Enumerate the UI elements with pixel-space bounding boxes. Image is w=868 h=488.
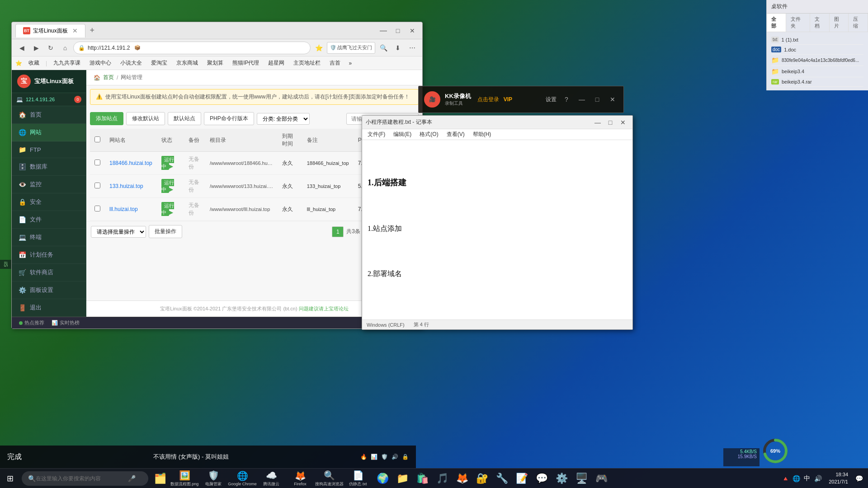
status-hotspot[interactable]: 热点推荐 bbox=[19, 319, 44, 326]
breadcrumb-home[interactable]: 首页 bbox=[103, 74, 114, 81]
nav-search-btn[interactable]: 🔍 bbox=[377, 42, 390, 54]
tab-doc[interactable]: 文档 bbox=[810, 14, 830, 32]
tab-all[interactable]: 全部 bbox=[767, 14, 786, 32]
add-site-btn[interactable]: 添加站点 bbox=[90, 112, 123, 125]
sidebar-item-store[interactable]: 🛒 软件商店 bbox=[12, 264, 86, 282]
media-icon-3[interactable]: 🔊 bbox=[392, 454, 398, 460]
browser-tab-close-btn[interactable]: ✕ bbox=[72, 27, 78, 34]
status-realtime[interactable]: 📊 实时热榜 bbox=[52, 319, 80, 326]
nav-back-btn[interactable]: ◀ bbox=[15, 42, 28, 54]
nav-refresh-btn[interactable]: ↻ bbox=[44, 42, 57, 54]
tray-network-icon[interactable]: 🌐 bbox=[792, 474, 801, 483]
tb-app-data-flow[interactable]: 🖼️ 数据流程图.png bbox=[170, 469, 199, 488]
bookmark-8[interactable]: 超星网 bbox=[265, 58, 287, 68]
tray-volume-icon[interactable]: 🔊 bbox=[813, 474, 822, 483]
row-checkbox-1[interactable] bbox=[94, 183, 100, 188]
notepad-menu-format[interactable]: 格式(O) bbox=[416, 130, 442, 139]
row-checkbox-2[interactable] bbox=[94, 206, 100, 211]
notepad-menu-view[interactable]: 查看(V) bbox=[443, 130, 468, 139]
tb-folder-icon[interactable]: 📁 bbox=[392, 469, 412, 488]
kk-help-btn[interactable]: ? bbox=[561, 94, 572, 104]
window-close-btn[interactable]: ✕ bbox=[406, 24, 419, 37]
sidebar-item-ftp[interactable]: 📁 FTP bbox=[12, 141, 86, 158]
site-link-2[interactable]: lll.huizai.top bbox=[109, 206, 138, 212]
tray-notification-icon[interactable]: 💬 bbox=[854, 474, 863, 483]
media-icon-1[interactable]: 📊 bbox=[371, 454, 377, 460]
notepad-content[interactable]: 1.后端搭建 1.站点添加 2.部署域名 2.前端搭建 bbox=[362, 140, 632, 319]
media-icon-2[interactable]: 🛡️ bbox=[381, 454, 388, 460]
file-item-rar[interactable]: rar beikeip3.4.rar bbox=[771, 77, 863, 87]
tb-app-chrome[interactable]: 🌐 Google Chrome bbox=[228, 469, 257, 488]
address-bar[interactable]: 🔒 http://121.4.191.2 📦 bbox=[73, 42, 311, 54]
page-1-btn[interactable]: 1 bbox=[332, 226, 344, 237]
bookmark-9[interactable]: 主页地址栏 bbox=[291, 58, 323, 68]
window-maximize-btn[interactable]: □ bbox=[392, 24, 404, 37]
bookmark-4[interactable]: 爱淘宝 bbox=[148, 58, 170, 68]
tab-archive[interactable]: 压缩 bbox=[849, 14, 868, 32]
browser-new-tab-btn[interactable]: + bbox=[85, 24, 99, 38]
nav-forward-btn[interactable]: ▶ bbox=[30, 42, 42, 54]
tb-game-icon[interactable]: 🎮 bbox=[591, 469, 611, 488]
taskbar-search-input[interactable] bbox=[36, 475, 126, 482]
taskbar-search-box[interactable]: 🔍 🎤 bbox=[22, 471, 148, 486]
notepad-menu-edit[interactable]: 编辑(E) bbox=[390, 130, 415, 139]
batch-execute-btn[interactable]: 批量操作 bbox=[149, 225, 182, 238]
bookmark-5[interactable]: 京东商城 bbox=[174, 58, 201, 68]
notepad-close-btn[interactable]: ✕ bbox=[617, 117, 629, 127]
bookmark-6[interactable]: 聚划算 bbox=[204, 58, 226, 68]
site-link-0[interactable]: 188466.huizai.top bbox=[109, 160, 152, 166]
nav-extension-btn[interactable]: 🛡️ 战鹰飞过天安门 bbox=[327, 42, 375, 54]
tb-antivirus-icon[interactable]: 🔐 bbox=[472, 469, 492, 488]
default-site-btn[interactable]: 默认站点 bbox=[168, 112, 201, 125]
tb-app-pc-manager[interactable]: 🛡️ 电脑管家 bbox=[199, 469, 228, 488]
tb-monitor2-icon[interactable]: 🖥️ bbox=[571, 469, 591, 488]
row-checkbox-0[interactable] bbox=[94, 160, 100, 165]
tb-wechat-icon[interactable]: 💬 bbox=[532, 469, 552, 488]
tb-app-sogou[interactable]: 🔍 搜狗高速浏览器 bbox=[315, 469, 344, 488]
tab-image[interactable]: 图片 bbox=[830, 14, 849, 32]
sidebar-item-panel-settings[interactable]: ⚙️ 面板设置 bbox=[12, 282, 86, 299]
status-arrow-2[interactable]: ▶ bbox=[169, 209, 173, 216]
tb-app-firefox[interactable]: 🦊 Firefox bbox=[286, 469, 315, 488]
notepad-menu-file[interactable]: 文件(F) bbox=[364, 130, 389, 139]
media-icon-0[interactable]: 🔥 bbox=[360, 454, 367, 460]
bookmark-7[interactable]: 熊猫IP代理 bbox=[230, 58, 262, 68]
tb-app-static-txt[interactable]: 📄 仿静态.txt bbox=[344, 469, 373, 488]
bookmark-more-btn[interactable]: » bbox=[347, 59, 354, 67]
tb-edge-icon[interactable]: 🌍 bbox=[373, 469, 392, 488]
media-icon-4[interactable]: 🔒 bbox=[402, 454, 409, 460]
status-arrow-1[interactable]: ▶ bbox=[169, 186, 173, 192]
kk-close-btn[interactable]: ✕ bbox=[607, 94, 618, 104]
file-item-folder-1[interactable]: 📁 beikeip3.4 bbox=[771, 66, 863, 77]
category-filter[interactable]: 分类: 全部分类 bbox=[257, 113, 310, 125]
start-btn[interactable]: ⊞ bbox=[0, 469, 20, 488]
tab-folder[interactable]: 文件夹 bbox=[786, 14, 810, 32]
tb-browser2-icon[interactable]: 🦊 bbox=[452, 469, 472, 488]
nav-download-btn[interactable]: ⬇ bbox=[392, 42, 404, 54]
window-minimize-btn[interactable]: — bbox=[377, 24, 390, 37]
iis-icon[interactable]: iIS bbox=[0, 260, 11, 269]
sidebar-item-files[interactable]: 📄 文件 bbox=[12, 211, 86, 229]
sidebar-item-cron[interactable]: 📅 计划任务 bbox=[12, 246, 86, 264]
bookmark-2[interactable]: 游戏中心 bbox=[87, 58, 114, 68]
kk-settings-btn[interactable]: 设置 bbox=[546, 96, 557, 103]
mic-icon[interactable]: 🎤 bbox=[128, 475, 136, 482]
bookmark-10[interactable]: 吉首 bbox=[327, 58, 343, 68]
notepad-menu-help[interactable]: 帮助(H) bbox=[469, 130, 495, 139]
sidebar-item-security[interactable]: 🔒 安全 bbox=[12, 193, 86, 211]
notepad-maximize-btn[interactable]: □ bbox=[604, 117, 616, 127]
tray-ime-icon[interactable]: 中 bbox=[802, 474, 811, 483]
nav-home-btn[interactable]: ⌂ bbox=[59, 42, 71, 54]
batch-action-select[interactable]: 请选择批量操作 bbox=[91, 226, 146, 238]
notepad-minimize-btn[interactable]: — bbox=[592, 117, 604, 127]
nav-bookmark-btn[interactable]: ⭐ bbox=[312, 42, 325, 54]
browser-tab-active[interactable]: BT 宝塔Linux面板 ✕ bbox=[15, 24, 85, 38]
file-item-folder-0[interactable]: 📁 830fe9e04a4c4a1e13c3b68bfdf0ed6... bbox=[771, 55, 863, 66]
bookmark-3[interactable]: 小说大全 bbox=[118, 58, 145, 68]
bookmark-1[interactable]: 九九共享课 bbox=[51, 58, 83, 68]
tb-store-icon[interactable]: 🛍️ bbox=[412, 469, 432, 488]
sidebar-item-terminal[interactable]: 💻 终端 bbox=[12, 229, 86, 246]
tb-app-tencent-cloud[interactable]: ☁️ 腾讯微云 bbox=[257, 469, 286, 488]
modify-default-btn[interactable]: 修改默认站 bbox=[126, 112, 165, 125]
kk-login-btn[interactable]: 点击登录 bbox=[477, 96, 499, 103]
